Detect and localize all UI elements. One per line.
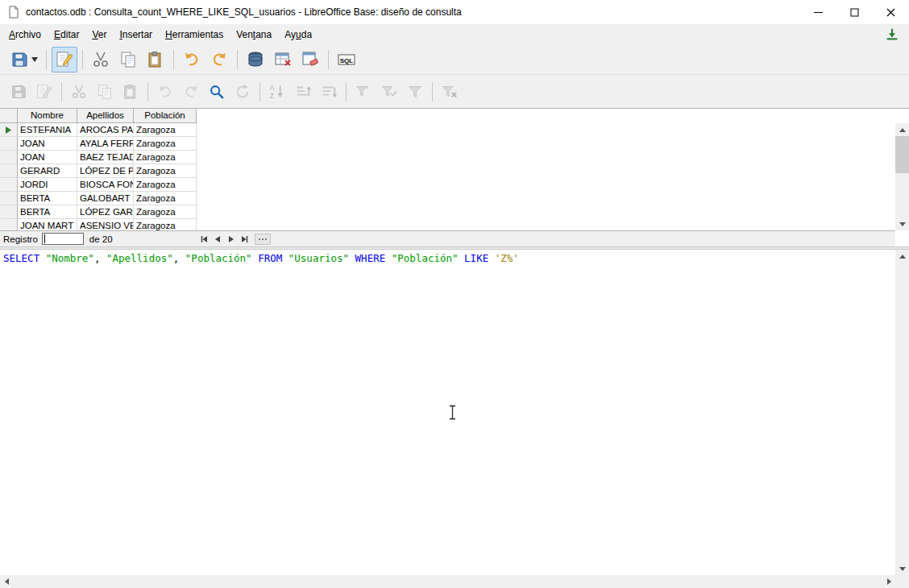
row-selector[interactable] (0, 123, 18, 137)
text-caret (44, 234, 45, 243)
sql-token-keyword: LIKE (464, 252, 488, 264)
scroll-up-button[interactable] (895, 123, 909, 136)
funnel-x-icon (441, 83, 459, 101)
record-label: Registro (3, 234, 38, 244)
grid-vertical-scrollbar[interactable] (895, 123, 909, 230)
edit-icon (35, 83, 53, 101)
cell[interactable]: Zaragoza (134, 164, 197, 178)
record-number-input[interactable] (42, 233, 84, 245)
cell[interactable]: ASENSIO VEG (77, 219, 134, 230)
toolbar-separator (237, 50, 238, 69)
sort-button (265, 80, 289, 104)
cell[interactable]: GALOBART G (77, 192, 134, 205)
menu-ventana[interactable]: Ventana (230, 24, 278, 45)
paste-button[interactable] (143, 47, 168, 72)
maximize-button[interactable] (836, 0, 873, 24)
cell[interactable]: BERTA (18, 205, 77, 219)
scroll-down-button[interactable] (895, 562, 909, 575)
close-icon (886, 8, 895, 17)
find-record-button[interactable] (205, 80, 229, 104)
cell[interactable]: JOAN (18, 151, 77, 164)
cell[interactable]: BIOSCA FON (77, 178, 134, 192)
toolbar-separator (147, 82, 148, 101)
edit-document-button[interactable] (52, 47, 77, 72)
auto-filter-icon (355, 83, 372, 101)
close-button[interactable] (873, 0, 909, 24)
column-header-apellidos[interactable]: Apellidos (77, 109, 134, 123)
paste-button (118, 80, 143, 104)
grid-scrollbar-thumb[interactable] (895, 136, 909, 173)
column-header-nombre[interactable]: Nombre (18, 109, 77, 123)
sql-token-keyword: SELECT (3, 252, 39, 264)
cell[interactable]: JOAN MART (18, 219, 77, 230)
cell[interactable]: Zaragoza (134, 151, 197, 164)
cell[interactable]: BERTA (18, 192, 77, 205)
cell[interactable]: JOAN (18, 137, 77, 151)
row-selector[interactable] (0, 137, 18, 151)
menu-archivo[interactable]: Archivo (2, 24, 48, 45)
cell[interactable]: Zaragoza (134, 219, 197, 230)
undo-data-entry-button (153, 80, 177, 104)
cell[interactable]: AYALA FERRE (77, 137, 134, 151)
run-sql-directly-button[interactable] (334, 47, 359, 72)
menu-herramientas[interactable]: Herramientas (159, 24, 230, 45)
arrow-right-icon (887, 578, 891, 585)
previous-record-button[interactable] (211, 233, 223, 245)
cut-button[interactable] (88, 47, 114, 72)
sql-token-plain: , (94, 252, 106, 264)
cell[interactable]: LÓPEZ GARR (77, 205, 134, 219)
select-all-corner[interactable] (0, 109, 18, 123)
undo-button[interactable] (179, 47, 205, 72)
copy-button[interactable] (115, 47, 141, 72)
sql-horizontal-scrollbar[interactable] (0, 575, 895, 588)
cell[interactable]: GERARD (18, 164, 77, 178)
save-button[interactable] (6, 47, 41, 72)
sql-vertical-scrollbar[interactable] (895, 250, 909, 575)
row-selector[interactable] (0, 178, 18, 192)
last-record-button[interactable] (239, 233, 251, 245)
menu-editar[interactable]: Editar (48, 24, 85, 45)
scroll-left-button[interactable] (0, 575, 13, 588)
clear-query-button[interactable] (270, 47, 296, 72)
menu-ayuda[interactable]: Ayuda (278, 24, 318, 45)
row-selector[interactable] (0, 164, 18, 178)
cell[interactable]: ESTEFANIA (18, 123, 77, 137)
sort-ascending-button (291, 80, 315, 104)
row-selector[interactable] (0, 192, 18, 205)
cell[interactable]: Zaragoza (134, 192, 197, 205)
cell[interactable]: BAEZ TEJADO (77, 151, 134, 164)
update-available-button[interactable] (885, 27, 899, 42)
auto-filter-button (351, 80, 376, 104)
row-selector[interactable] (0, 151, 18, 164)
menu-ver[interactable]: Ver (85, 24, 113, 45)
cell[interactable]: Zaragoza (134, 137, 197, 151)
document-icon (7, 6, 20, 19)
last-record-icon (240, 234, 250, 244)
next-record-button[interactable] (225, 233, 237, 245)
toolbar-separator (82, 50, 83, 69)
scroll-down-button[interactable] (895, 217, 909, 230)
column-header-población[interactable]: Población (134, 109, 197, 123)
grid-horizontal-scrollbar[interactable] (255, 234, 271, 245)
cell[interactable]: Zaragoza (134, 123, 197, 137)
scroll-right-button[interactable] (882, 575, 895, 588)
design-view-on-off-button[interactable] (297, 47, 323, 72)
sql-token-plain (349, 252, 355, 264)
minimize-button[interactable] (800, 0, 836, 24)
menu-insertar[interactable]: Insertar (113, 24, 159, 45)
redo-button[interactable] (206, 47, 232, 72)
cell[interactable]: Zaragoza (134, 178, 197, 192)
row-selector[interactable] (0, 219, 18, 230)
sort-az-icon (268, 83, 286, 101)
run-query-button[interactable] (243, 47, 268, 72)
cell[interactable]: AROCAS PAS (77, 123, 134, 137)
sort-asc-icon (294, 83, 312, 101)
row-selector[interactable] (0, 205, 18, 219)
scroll-up-button[interactable] (895, 250, 909, 263)
redo-data-entry-button (179, 80, 203, 104)
dropdown-arrow-icon[interactable] (31, 57, 38, 62)
first-record-button[interactable] (197, 233, 210, 245)
cell[interactable]: JORDI (18, 178, 77, 192)
cell[interactable]: Zaragoza (134, 205, 197, 219)
cell[interactable]: LÓPEZ DE PA (77, 164, 134, 178)
